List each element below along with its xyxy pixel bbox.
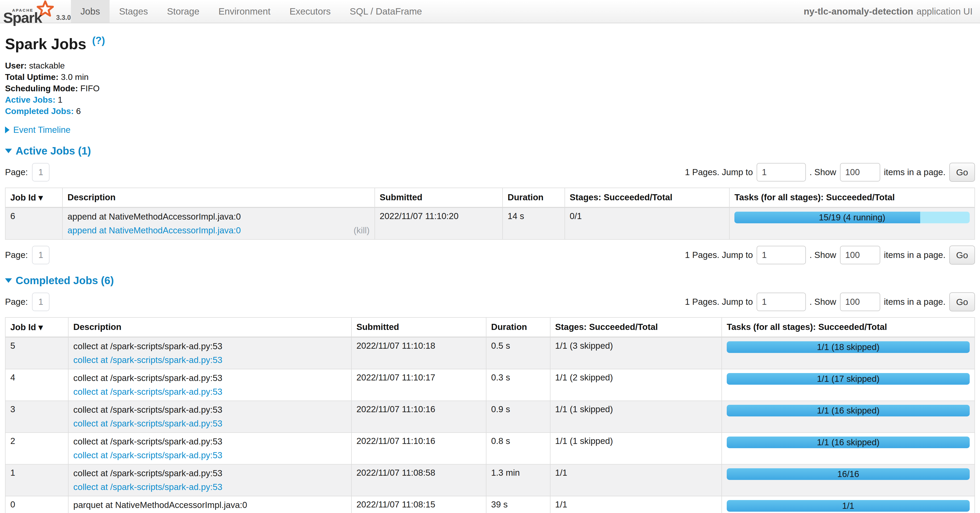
- tab-executors[interactable]: Executors: [280, 0, 340, 23]
- summary-user: User: stackable: [5, 60, 975, 71]
- tasks-progress-bar: 1/1 (17 skipped): [727, 373, 970, 385]
- job-description-text: collect at /spark-scripts/spark-ad.py:53: [73, 436, 347, 447]
- job-description-text: parquet at NativeMethodAccessorImpl.java…: [73, 500, 347, 511]
- job-stages-cell: 0/1: [565, 207, 730, 240]
- jump-to-page-input[interactable]: [757, 246, 806, 264]
- go-button[interactable]: Go: [949, 292, 975, 311]
- tab-stages[interactable]: Stages: [110, 0, 158, 23]
- progress-label: 16/16: [727, 468, 970, 480]
- column-tasks[interactable]: Tasks (for all stages): Succeeded/Total: [722, 318, 975, 337]
- job-duration-cell: 0.8 s: [486, 433, 550, 464]
- page-label: Page:: [5, 167, 28, 177]
- summary-uptime: Total Uptime: 3.0 min: [5, 71, 975, 83]
- column-description[interactable]: Description: [68, 318, 352, 337]
- job-detail-link[interactable]: collect at /spark-scripts/spark-ad.py:53: [73, 386, 222, 397]
- column-tasks[interactable]: Tasks (for all stages): Succeeded/Total: [729, 188, 975, 207]
- job-tasks-cell: 15/19 (4 running): [729, 207, 975, 240]
- spark-logo[interactable]: APACHE Spark 3.3.0: [0, 0, 71, 23]
- job-detail-link[interactable]: collect at /spark-scripts/spark-ad.py:53: [73, 354, 222, 365]
- jump-to-page-input[interactable]: [757, 292, 806, 311]
- items-text: items in a page.: [884, 297, 946, 307]
- job-duration-cell: 0.5 s: [486, 337, 550, 369]
- column-submitted[interactable]: Submitted: [375, 188, 503, 207]
- pages-text: 1 Pages. Jump to: [685, 167, 753, 177]
- pager-right: 1 Pages. Jump to . Show items in a page.…: [685, 246, 975, 265]
- job-description-text: collect at /spark-scripts/spark-ad.py:53: [73, 373, 347, 384]
- column-stages[interactable]: Stages: Succeeded/Total: [565, 188, 730, 207]
- progress-label: 1/1: [727, 500, 970, 512]
- active-jobs-pagination-top: Page: 1 1 Pages. Jump to . Show items in…: [5, 163, 975, 182]
- page-content: Spark Jobs (?) User: stackable Total Upt…: [0, 35, 980, 513]
- job-description-cell: collect at /spark-scripts/spark-ad.py:53…: [68, 433, 352, 464]
- job-duration-cell: 1.3 min: [486, 464, 550, 496]
- job-duration-cell: 14 s: [503, 207, 565, 240]
- go-button[interactable]: Go: [949, 163, 975, 182]
- nav-tabs: Jobs Stages Storage Environment Executor…: [71, 0, 432, 23]
- top-navbar: APACHE Spark 3.3.0 Jobs Stages Storage E…: [0, 0, 980, 23]
- summary-completed-jobs-link[interactable]: Completed Jobs:: [5, 106, 74, 116]
- job-stages-cell: 1/1: [550, 464, 722, 496]
- page-number-button[interactable]: 1: [32, 246, 49, 264]
- application-name: ny-tlc-anomaly-detection: [804, 6, 913, 17]
- help-link[interactable]: (?): [92, 35, 105, 46]
- completed-job-row-4: 4 collect at /spark-scripts/spark-ad.py:…: [5, 369, 975, 401]
- progress-label: 1/1 (16 skipped): [727, 405, 970, 416]
- kill-job-link[interactable]: (kill): [353, 226, 369, 235]
- job-id-cell: 6: [5, 207, 62, 240]
- job-tasks-cell: 1/1: [722, 496, 975, 513]
- show-text: . Show: [810, 250, 836, 260]
- items-per-page-input[interactable]: [840, 246, 880, 264]
- event-timeline-label: Event Timeline: [13, 125, 70, 135]
- tasks-progress-bar: 1/1: [727, 500, 970, 512]
- job-detail-link[interactable]: collect at /spark-scripts/spark-ad.py:53: [73, 450, 222, 461]
- column-job-id[interactable]: Job Id ▾: [5, 188, 62, 207]
- column-stages[interactable]: Stages: Succeeded/Total: [550, 318, 722, 337]
- page-title: Spark Jobs (?): [5, 35, 975, 52]
- column-duration[interactable]: Duration: [486, 318, 550, 337]
- event-timeline-toggle[interactable]: Event Timeline: [5, 125, 70, 135]
- job-description-text: collect at /spark-scripts/spark-ad.py:53: [73, 468, 347, 479]
- pager-left: Page: 1: [5, 163, 49, 181]
- active-jobs-pagination-bottom: Page: 1 1 Pages. Jump to . Show items in…: [5, 246, 975, 265]
- tasks-progress-bar: 16/16: [727, 468, 970, 480]
- completed-jobs-title: Completed Jobs (6): [16, 275, 114, 286]
- summary-active-jobs-link[interactable]: Active Jobs:: [5, 95, 55, 105]
- completed-jobs-section-header[interactable]: Completed Jobs (6): [5, 275, 114, 286]
- job-detail-link[interactable]: collect at /spark-scripts/spark-ad.py:53: [73, 481, 222, 492]
- column-duration[interactable]: Duration: [503, 188, 565, 207]
- tasks-progress-bar: 1/1 (16 skipped): [727, 405, 970, 416]
- table-header-row: Job Id ▾ Description Submitted Duration …: [5, 318, 975, 337]
- job-submitted-cell: 2022/11/07 11:10:18: [352, 337, 486, 369]
- tab-jobs[interactable]: Jobs: [71, 0, 110, 23]
- column-submitted[interactable]: Submitted: [352, 318, 486, 337]
- column-description[interactable]: Description: [62, 188, 374, 207]
- pager-left: Page: 1: [5, 292, 49, 311]
- job-id-cell: 2: [5, 433, 68, 464]
- tab-sql-dataframe[interactable]: SQL / DataFrame: [340, 0, 432, 23]
- tab-environment[interactable]: Environment: [209, 0, 280, 23]
- summary-uptime-value: 3.0 min: [61, 72, 89, 82]
- pages-text: 1 Pages. Jump to: [685, 250, 753, 260]
- completed-jobs-pagination-top: Page: 1 1 Pages. Jump to . Show items in…: [5, 292, 975, 311]
- jump-to-page-input[interactable]: [757, 163, 806, 181]
- job-detail-link[interactable]: append at NativeMethodAccessorImpl.java:…: [67, 225, 241, 236]
- job-submitted-cell: 2022/11/07 11:10:16: [352, 433, 486, 464]
- job-stages-cell: 1/1 (1 skipped): [550, 401, 722, 433]
- tasks-progress-bar: 15/19 (4 running): [734, 212, 970, 223]
- tab-storage[interactable]: Storage: [158, 0, 209, 23]
- job-submitted-cell: 2022/11/07 11:10:16: [352, 401, 486, 433]
- job-description-text: append at NativeMethodAccessorImpl.java:…: [67, 211, 369, 222]
- items-per-page-input[interactable]: [840, 292, 880, 311]
- column-job-id[interactable]: Job Id ▾: [5, 318, 68, 337]
- go-button[interactable]: Go: [949, 246, 975, 265]
- active-jobs-section-header[interactable]: Active Jobs (1): [5, 145, 91, 157]
- completed-jobs-table: Job Id ▾ Description Submitted Duration …: [5, 317, 975, 513]
- page-number-button[interactable]: 1: [32, 163, 49, 181]
- page-number-button[interactable]: 1: [32, 292, 49, 311]
- logo-spark-text: Spark: [3, 9, 42, 26]
- job-stages-cell: 1/1 (2 skipped): [550, 369, 722, 401]
- job-id-cell: 3: [5, 401, 68, 433]
- items-per-page-input[interactable]: [840, 163, 880, 181]
- job-detail-link[interactable]: collect at /spark-scripts/spark-ad.py:53: [73, 418, 222, 429]
- items-text: items in a page.: [884, 250, 946, 260]
